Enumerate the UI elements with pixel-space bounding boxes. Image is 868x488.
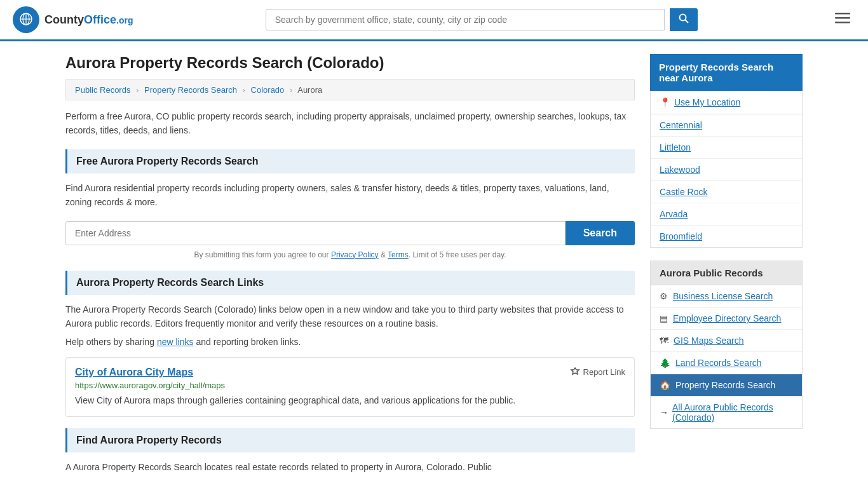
find-description: A Aurora Property Records Search locates…: [65, 460, 635, 474]
address-search-input[interactable]: [65, 221, 566, 245]
sidebar-record-employee-directory: ▤ Employee Directory Search: [651, 308, 802, 330]
svg-rect-8: [835, 22, 850, 24]
form-disclaimer: By submitting this form you agree to our…: [65, 250, 635, 259]
logo-icon: [13, 6, 39, 33]
new-links-link[interactable]: new links: [157, 337, 194, 347]
location-pin-icon: 📍: [660, 97, 670, 107]
use-my-location-link[interactable]: Use My Location: [674, 97, 740, 107]
svg-rect-7: [835, 17, 850, 19]
help-text: Help others by sharing new links and rep…: [65, 337, 635, 347]
sidebar-location-arvada: Arvada: [651, 203, 802, 226]
resource-card: City of Aurora City Maps Report Link htt…: [65, 357, 635, 417]
page-container: Aurora Property Records Search (Colorado…: [53, 41, 815, 487]
links-description: The Aurora Property Records Search (Colo…: [65, 302, 635, 331]
public-records-section: Aurora Public Records ⚙ Business License…: [650, 261, 803, 429]
sidebar-location-lakewood: Lakewood: [651, 159, 802, 181]
arrow-icon: →: [660, 407, 668, 417]
arvada-link[interactable]: Arvada: [660, 209, 688, 219]
resource-description: View City of Aurora maps through galleri…: [75, 394, 625, 407]
breadcrumb-public-records[interactable]: Public Records: [75, 85, 130, 95]
gis-maps-link[interactable]: GIS Maps Search: [674, 336, 744, 346]
resource-url[interactable]: https://www.auroragov.org/city_hall/maps: [75, 381, 625, 390]
map-icon: 🗺: [660, 336, 668, 346]
breadcrumb: Public Records › Property Records Search…: [65, 79, 635, 100]
near-aurora-heading: Property Records Search near Aurora: [650, 54, 803, 91]
breadcrumb-colorado[interactable]: Colorado: [251, 85, 285, 95]
sidebar: Property Records Search near Aurora 📍 Us…: [650, 54, 803, 475]
site-header: CountyOffice.org: [0, 0, 868, 41]
logo-text: CountyOffice.org: [44, 13, 133, 27]
svg-point-4: [679, 15, 686, 21]
sidebar-record-land-records: 🌲 Land Records Search: [651, 352, 802, 374]
find-section: Find Aurora Property Records A Aurora Pr…: [65, 428, 635, 474]
employee-directory-link[interactable]: Employee Directory Search: [673, 313, 781, 323]
address-search-form: Search: [65, 221, 635, 245]
report-link-button[interactable]: Report Link: [570, 367, 625, 377]
all-records-item: → All Aurora Public Records (Colorado): [650, 396, 803, 429]
global-search-input[interactable]: [266, 9, 665, 30]
sidebar-record-business-license: ⚙ Business License Search: [651, 285, 802, 308]
property-records-link[interactable]: Property Records Search: [675, 380, 775, 390]
resource-card-header: City of Aurora City Maps Report Link: [75, 367, 625, 378]
privacy-policy-link[interactable]: Privacy Policy: [331, 250, 379, 259]
business-license-link[interactable]: Business License Search: [673, 291, 773, 301]
page-description: Perform a free Aurora, CO public propert…: [65, 109, 635, 138]
near-aurora-section: Property Records Search near Aurora 📍 Us…: [650, 54, 803, 248]
main-content: Aurora Property Records Search (Colorado…: [65, 54, 635, 475]
castle-rock-link[interactable]: Castle Rock: [660, 187, 707, 197]
breadcrumb-sep-3: ›: [290, 85, 292, 95]
home-icon: 🏠: [660, 380, 670, 390]
sidebar-location-littleton: Littleton: [651, 137, 802, 159]
terms-link[interactable]: Terms: [388, 250, 409, 259]
links-section: Aurora Property Records Search Links The…: [65, 271, 635, 417]
public-records-heading: Aurora Public Records: [650, 261, 803, 285]
land-records-link[interactable]: Land Records Search: [675, 358, 761, 368]
littleton-link[interactable]: Littleton: [660, 142, 691, 152]
breadcrumb-aurora: Aurora: [297, 85, 322, 95]
sidebar-location-centennial: Centennial: [651, 114, 802, 137]
broomfield-link[interactable]: Broomfield: [660, 231, 702, 241]
logo-area: CountyOffice.org: [13, 6, 133, 33]
free-search-description: Find Aurora residential property records…: [65, 181, 635, 210]
centennial-link[interactable]: Centennial: [660, 120, 702, 130]
use-my-location-item: 📍 Use My Location: [651, 91, 802, 114]
sidebar-record-property-records: 🏠 Property Records Search: [651, 374, 802, 396]
links-section-heading: Aurora Property Records Search Links: [65, 271, 635, 295]
global-search-area: [266, 8, 698, 31]
sidebar-location-broomfield: Broomfield: [651, 226, 802, 247]
near-aurora-links: 📍 Use My Location Centennial Littleton L…: [650, 91, 803, 248]
breadcrumb-sep-1: ›: [136, 85, 139, 95]
breadcrumb-sep-2: ›: [243, 85, 245, 95]
sidebar-record-gis-maps: 🗺 GIS Maps Search: [651, 330, 802, 352]
address-search-button[interactable]: Search: [566, 221, 635, 245]
svg-line-5: [685, 20, 688, 24]
sidebar-location-castle-rock: Castle Rock: [651, 181, 802, 203]
free-search-heading: Free Aurora Property Records Search: [65, 149, 635, 173]
directory-icon: ▤: [660, 313, 668, 323]
page-title: Aurora Property Records Search (Colorado…: [65, 54, 635, 72]
breadcrumb-property-records-search[interactable]: Property Records Search: [144, 85, 237, 95]
free-search-section: Free Aurora Property Records Search Find…: [65, 149, 635, 259]
svg-rect-6: [835, 13, 850, 15]
all-records-link[interactable]: All Aurora Public Records (Colorado): [672, 402, 793, 423]
resource-title[interactable]: City of Aurora City Maps: [75, 367, 193, 378]
settings-icon: ⚙: [660, 291, 668, 301]
public-records-list: ⚙ Business License Search ▤ Employee Dir…: [650, 285, 803, 396]
tree-icon: 🌲: [660, 358, 670, 368]
lakewood-link[interactable]: Lakewood: [660, 165, 700, 175]
hamburger-menu-button[interactable]: [830, 8, 855, 32]
global-search-button[interactable]: [670, 8, 698, 31]
find-section-heading: Find Aurora Property Records: [65, 428, 635, 452]
